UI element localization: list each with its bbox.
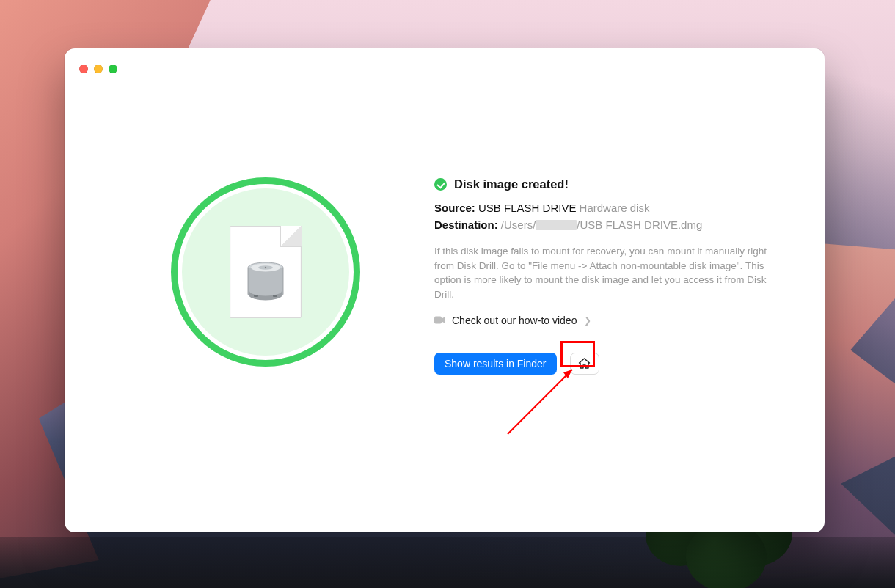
disk-image-file-icon (230, 226, 302, 318)
destination-path-suffix: /USB FLASH DRIVE.dmg (577, 218, 702, 231)
desktop-wallpaper: Disk image created! Source: USB FLASH DR… (0, 0, 895, 588)
source-value: USB FLASH DRIVE (478, 202, 576, 214)
destination-label: Destination: (434, 218, 498, 231)
howto-video-link[interactable]: Check out our how-to video (452, 315, 577, 326)
window-close-button[interactable] (79, 65, 88, 73)
content-area: Disk image created! Source: USB FLASH DR… (65, 177, 825, 375)
source-row: Source: USB FLASH DRIVE Hardware disk (434, 202, 781, 214)
window-minimize-button[interactable] (94, 65, 103, 73)
destination-path-prefix: /Users/ (501, 218, 536, 231)
source-label: Source: (434, 202, 475, 214)
success-ring-fill (182, 188, 349, 356)
window-zoom-button[interactable] (109, 65, 117, 73)
illustration-column (97, 177, 434, 375)
status-title: Disk image created! (454, 177, 569, 191)
source-type: Hardware disk (580, 202, 650, 214)
action-row: Show results in Finder (434, 353, 781, 375)
redacted-username (536, 220, 577, 230)
home-icon (578, 358, 591, 370)
help-text: If this disk image fails to mount for re… (434, 244, 779, 301)
hard-drive-icon (246, 262, 285, 304)
show-in-finder-button[interactable]: Show results in Finder (434, 353, 557, 375)
howto-video-row: Check out our how-to video ❯ (434, 315, 781, 326)
details-column: Disk image created! Source: USB FLASH DR… (434, 177, 781, 375)
chevron-right-icon: ❯ (584, 315, 591, 326)
home-button[interactable] (570, 353, 599, 375)
success-ring (171, 177, 360, 367)
svg-point-3 (265, 267, 266, 268)
destination-row: Destination: /Users//USB FLASH DRIVE.dmg (434, 218, 781, 231)
svg-rect-4 (254, 295, 258, 297)
app-window: Disk image created! Source: USB FLASH DR… (65, 48, 825, 532)
svg-line-7 (508, 370, 572, 434)
status-heading: Disk image created! (434, 177, 781, 191)
svg-rect-5 (273, 295, 277, 297)
checkmark-icon (434, 178, 447, 191)
video-camera-icon (434, 315, 446, 326)
svg-rect-6 (434, 317, 442, 324)
window-controls (79, 65, 117, 73)
